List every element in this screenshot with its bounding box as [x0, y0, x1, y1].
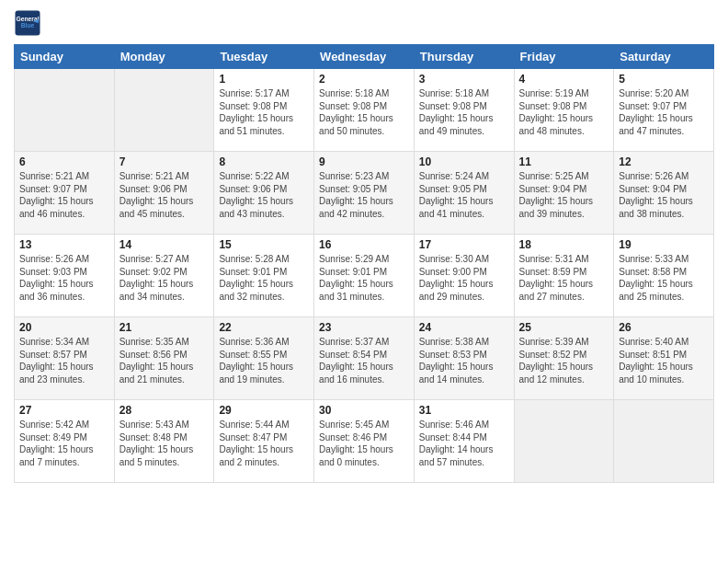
- day-info: Sunrise: 5:25 AMSunset: 9:04 PMDaylight:…: [519, 170, 609, 220]
- weekday-header-saturday: Saturday: [614, 45, 714, 69]
- day-number: 21: [119, 321, 210, 334]
- day-info: Sunrise: 5:34 AMSunset: 8:57 PMDaylight:…: [19, 336, 109, 385]
- weekday-header-friday: Friday: [514, 45, 614, 69]
- day-info: Sunrise: 5:17 AMSunset: 9:08 PMDaylight:…: [219, 87, 309, 137]
- day-number: 25: [519, 321, 609, 334]
- day-cell: 29Sunrise: 5:44 AMSunset: 8:47 PMDayligh…: [214, 400, 314, 483]
- week-row-5: 27Sunrise: 5:42 AMSunset: 8:49 PMDayligh…: [15, 400, 714, 483]
- day-info: Sunrise: 5:28 AMSunset: 9:01 PMDaylight:…: [219, 253, 309, 303]
- day-info: Sunrise: 5:26 AMSunset: 9:03 PMDaylight:…: [19, 253, 109, 303]
- day-number: 3: [419, 73, 509, 86]
- day-info: Sunrise: 5:43 AMSunset: 8:48 PMDaylight:…: [119, 419, 210, 468]
- day-number: 27: [19, 404, 109, 417]
- day-cell: 27Sunrise: 5:42 AMSunset: 8:49 PMDayligh…: [15, 400, 115, 483]
- day-number: 6: [19, 155, 109, 168]
- day-number: 29: [219, 404, 309, 417]
- day-info: Sunrise: 5:21 AMSunset: 9:06 PMDaylight:…: [119, 170, 210, 220]
- day-number: 9: [319, 155, 409, 168]
- day-cell: [114, 69, 214, 152]
- day-info: Sunrise: 5:23 AMSunset: 9:05 PMDaylight:…: [319, 170, 409, 220]
- logo: General Blue: [14, 9, 41, 37]
- day-cell: 30Sunrise: 5:45 AMSunset: 8:46 PMDayligh…: [314, 400, 415, 483]
- day-cell: 26Sunrise: 5:40 AMSunset: 8:51 PMDayligh…: [614, 317, 714, 400]
- svg-text:Blue: Blue: [21, 22, 35, 29]
- day-cell: 19Sunrise: 5:33 AMSunset: 8:58 PMDayligh…: [614, 235, 714, 317]
- calendar: SundayMondayTuesdayWednesdayThursdayFrid…: [14, 44, 714, 483]
- day-info: Sunrise: 5:18 AMSunset: 9:08 PMDaylight:…: [319, 87, 409, 137]
- day-cell: 20Sunrise: 5:34 AMSunset: 8:57 PMDayligh…: [15, 317, 115, 400]
- weekday-header-thursday: Thursday: [414, 45, 514, 69]
- day-cell: 21Sunrise: 5:35 AMSunset: 8:56 PMDayligh…: [114, 317, 214, 400]
- day-number: 5: [619, 73, 709, 86]
- day-info: Sunrise: 5:37 AMSunset: 8:54 PMDaylight:…: [319, 336, 409, 385]
- day-cell: 16Sunrise: 5:29 AMSunset: 9:01 PMDayligh…: [314, 235, 415, 317]
- day-info: Sunrise: 5:29 AMSunset: 9:01 PMDaylight:…: [319, 253, 409, 303]
- day-cell: 11Sunrise: 5:25 AMSunset: 9:04 PMDayligh…: [514, 152, 614, 235]
- day-info: Sunrise: 5:27 AMSunset: 9:02 PMDaylight:…: [119, 253, 210, 303]
- day-info: Sunrise: 5:46 AMSunset: 8:44 PMDaylight:…: [419, 419, 509, 468]
- day-info: Sunrise: 5:30 AMSunset: 9:00 PMDaylight:…: [419, 253, 509, 303]
- day-cell: 14Sunrise: 5:27 AMSunset: 9:02 PMDayligh…: [114, 235, 214, 317]
- day-cell: 25Sunrise: 5:39 AMSunset: 8:52 PMDayligh…: [514, 317, 614, 400]
- day-number: 23: [319, 321, 409, 334]
- day-cell: 12Sunrise: 5:26 AMSunset: 9:04 PMDayligh…: [614, 152, 714, 235]
- day-cell: 9Sunrise: 5:23 AMSunset: 9:05 PMDaylight…: [314, 152, 415, 235]
- day-cell: 28Sunrise: 5:43 AMSunset: 8:48 PMDayligh…: [114, 400, 214, 483]
- day-cell: 2Sunrise: 5:18 AMSunset: 9:08 PMDaylight…: [314, 69, 415, 152]
- day-number: 1: [219, 73, 309, 86]
- day-number: 2: [319, 73, 409, 86]
- day-cell: 8Sunrise: 5:22 AMSunset: 9:06 PMDaylight…: [214, 152, 314, 235]
- day-info: Sunrise: 5:31 AMSunset: 8:59 PMDaylight:…: [519, 253, 609, 303]
- day-number: 30: [319, 404, 409, 417]
- day-number: 8: [219, 155, 309, 168]
- day-info: Sunrise: 5:19 AMSunset: 9:08 PMDaylight:…: [519, 87, 609, 137]
- day-cell: [15, 69, 115, 152]
- day-number: 15: [219, 238, 309, 251]
- day-cell: 13Sunrise: 5:26 AMSunset: 9:03 PMDayligh…: [15, 235, 115, 317]
- day-cell: 24Sunrise: 5:38 AMSunset: 8:53 PMDayligh…: [414, 317, 514, 400]
- day-info: Sunrise: 5:21 AMSunset: 9:07 PMDaylight:…: [19, 170, 109, 220]
- day-number: 31: [419, 404, 509, 417]
- day-number: 20: [19, 321, 109, 334]
- day-info: Sunrise: 5:45 AMSunset: 8:46 PMDaylight:…: [319, 419, 409, 468]
- day-number: 14: [119, 238, 210, 251]
- day-info: Sunrise: 5:33 AMSunset: 8:58 PMDaylight:…: [619, 253, 709, 303]
- weekday-header-wednesday: Wednesday: [314, 45, 415, 69]
- day-cell: 18Sunrise: 5:31 AMSunset: 8:59 PMDayligh…: [514, 235, 614, 317]
- page: General Blue SundayMondayTuesdayWednesda…: [0, 0, 728, 492]
- day-info: Sunrise: 5:20 AMSunset: 9:07 PMDaylight:…: [619, 87, 709, 137]
- weekday-header-monday: Monday: [114, 45, 214, 69]
- week-row-1: 1Sunrise: 5:17 AMSunset: 9:08 PMDaylight…: [15, 69, 714, 152]
- day-cell: [614, 400, 714, 483]
- header: General Blue: [14, 9, 714, 37]
- week-row-3: 13Sunrise: 5:26 AMSunset: 9:03 PMDayligh…: [15, 235, 714, 317]
- day-info: Sunrise: 5:22 AMSunset: 9:06 PMDaylight:…: [219, 170, 309, 220]
- day-info: Sunrise: 5:44 AMSunset: 8:47 PMDaylight:…: [219, 419, 309, 468]
- day-info: Sunrise: 5:40 AMSunset: 8:51 PMDaylight:…: [619, 336, 709, 385]
- day-cell: 23Sunrise: 5:37 AMSunset: 8:54 PMDayligh…: [314, 317, 415, 400]
- day-number: 28: [119, 404, 210, 417]
- day-cell: 1Sunrise: 5:17 AMSunset: 9:08 PMDaylight…: [214, 69, 314, 152]
- day-info: Sunrise: 5:39 AMSunset: 8:52 PMDaylight:…: [519, 336, 609, 385]
- day-number: 12: [619, 155, 709, 168]
- day-number: 19: [619, 238, 709, 251]
- week-row-2: 6Sunrise: 5:21 AMSunset: 9:07 PMDaylight…: [15, 152, 714, 235]
- week-row-4: 20Sunrise: 5:34 AMSunset: 8:57 PMDayligh…: [15, 317, 714, 400]
- day-cell: 22Sunrise: 5:36 AMSunset: 8:55 PMDayligh…: [214, 317, 314, 400]
- day-number: 18: [519, 238, 609, 251]
- day-number: 26: [619, 321, 709, 334]
- day-info: Sunrise: 5:18 AMSunset: 9:08 PMDaylight:…: [419, 87, 509, 137]
- day-info: Sunrise: 5:42 AMSunset: 8:49 PMDaylight:…: [19, 419, 109, 468]
- day-number: 24: [419, 321, 509, 334]
- day-cell: 3Sunrise: 5:18 AMSunset: 9:08 PMDaylight…: [414, 69, 514, 152]
- day-info: Sunrise: 5:38 AMSunset: 8:53 PMDaylight:…: [419, 336, 509, 385]
- day-cell: 6Sunrise: 5:21 AMSunset: 9:07 PMDaylight…: [15, 152, 115, 235]
- day-number: 13: [19, 238, 109, 251]
- weekday-header-tuesday: Tuesday: [214, 45, 314, 69]
- day-info: Sunrise: 5:24 AMSunset: 9:05 PMDaylight:…: [419, 170, 509, 220]
- day-cell: 15Sunrise: 5:28 AMSunset: 9:01 PMDayligh…: [214, 235, 314, 317]
- day-cell: 17Sunrise: 5:30 AMSunset: 9:00 PMDayligh…: [414, 235, 514, 317]
- day-number: 17: [419, 238, 509, 251]
- logo-icon: General Blue: [14, 9, 41, 37]
- day-cell: [514, 400, 614, 483]
